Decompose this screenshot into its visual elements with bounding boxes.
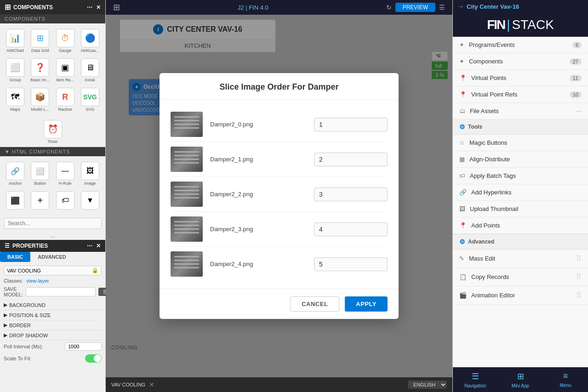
- amigau-icon: 🔵: [81, 29, 99, 47]
- modal-row-2: Damper2_2.png: [171, 177, 388, 212]
- tool-align-distribute[interactable]: ▦ Align-Distribute: [453, 151, 588, 168]
- modell-label: Model L...: [31, 107, 50, 112]
- nav-menu[interactable]: ≡ Menu: [543, 368, 588, 392]
- vpoints-label: Virtual Points: [471, 74, 506, 81]
- bottom-close-button[interactable]: ✕: [149, 381, 154, 388]
- component-amigau[interactable]: 🔵 AMIGau...: [79, 27, 102, 55]
- tool-apply-batch-tags[interactable]: 🏷 Apply Batch Tags: [453, 168, 588, 184]
- kiosk-label: Kiosk: [85, 78, 95, 82]
- save-model-input[interactable]: [26, 287, 96, 296]
- right-city-title: City Center Vav-16: [467, 3, 519, 10]
- html-hrule[interactable]: — H-Rule: [54, 160, 77, 187]
- html-anchor[interactable]: 🔗 Anchor: [4, 160, 27, 187]
- html-chevron[interactable]: ▼: [79, 189, 102, 212]
- tab-advanced[interactable]: ADVANCED: [30, 252, 74, 262]
- refresh-button[interactable]: ↻: [386, 4, 392, 11]
- hrule-label: H-Rule: [59, 181, 72, 186]
- component-itemre[interactable]: ▣ Item Re...: [54, 57, 77, 84]
- menu-label: Menu: [559, 383, 571, 388]
- massedit-label: Mass Edit: [469, 255, 495, 262]
- nav-mini-app[interactable]: ⊞ Mini App: [498, 368, 543, 392]
- html-plus[interactable]: +: [29, 189, 51, 212]
- advanced-animation-editor[interactable]: 🎬 Animation Editor ⠿: [453, 286, 588, 305]
- programs-label: Programs/Events: [469, 41, 515, 48]
- tool-upload-thumbnail[interactable]: 🖼 Upload Thumbnail: [453, 201, 588, 217]
- component-maps[interactable]: 🗺 Maps: [4, 86, 27, 114]
- component-group[interactable]: ⬜ Group: [4, 57, 27, 84]
- apply-button[interactable]: APPLY: [345, 296, 388, 312]
- component-modell[interactable]: 📦 Model L...: [29, 86, 51, 114]
- search-input[interactable]: [4, 218, 102, 229]
- fassets-label: File Assets: [470, 108, 499, 114]
- animation-left: 🎬 Animation Editor: [459, 292, 515, 299]
- component-ractive[interactable]: R Ractive: [54, 86, 77, 114]
- menu-item-components[interactable]: ✦ Components 27: [453, 53, 588, 70]
- html-button[interactable]: ⬜ Button: [29, 160, 51, 187]
- tool-add-points[interactable]: 📍 Add Points: [453, 217, 588, 234]
- dropshadow-section[interactable]: ▶ DROP SHADOW: [4, 330, 102, 341]
- menu-item-file-assets[interactable]: 🗂 File Assets: [453, 103, 588, 119]
- fassets-icon: 🗂: [459, 108, 465, 114]
- tools-header: ⚙ Tools: [453, 119, 588, 135]
- model-input[interactable]: VAV COOLING 🔒: [4, 266, 102, 275]
- menu-item-virtual-point-refs[interactable]: 📍 Virtual Point Refs 10: [453, 86, 588, 103]
- scale-toggle[interactable]: [85, 354, 102, 363]
- preview-button[interactable]: PREVIEW: [395, 3, 435, 12]
- amichart-label: AMIChart: [6, 48, 24, 53]
- advanced-gear-icon: ⚙: [459, 238, 465, 245]
- more-options[interactable]: ...: [0, 231, 105, 240]
- poll-input[interactable]: [65, 342, 102, 351]
- modal-order-2[interactable]: [314, 187, 388, 201]
- component-datagrid[interactable]: ⊞ Data Grid: [29, 27, 51, 55]
- component-amichart[interactable]: 📊 AMIChart: [4, 27, 27, 55]
- modal-order-0[interactable]: [314, 118, 388, 131]
- tool-magic-buttons[interactable]: ☆ Magic Buttons: [453, 135, 588, 151]
- nav-navigation[interactable]: ☰ Navigation: [453, 368, 498, 392]
- props-more-icon[interactable]: ⋯: [87, 243, 92, 249]
- advanced-header: ⚙ Advanced: [453, 234, 588, 250]
- html-image[interactable]: 🖼 Image: [79, 160, 102, 187]
- component-kiosk[interactable]: 🖥 Kiosk: [79, 57, 102, 84]
- component-gauge[interactable]: ⏱ Gauge: [54, 27, 77, 55]
- cancel-button[interactable]: CANCEL: [290, 296, 339, 312]
- advanced-copy-records[interactable]: 📋 Copy Records ⠿: [453, 268, 588, 286]
- components-badge: 27: [570, 58, 582, 65]
- apps-icon[interactable]: ⊞: [113, 2, 120, 12]
- addpoints-label: Add Points: [471, 222, 500, 229]
- html-square[interactable]: ⬛: [4, 189, 27, 212]
- props-close-icon[interactable]: ✕: [96, 243, 101, 249]
- component-svg[interactable]: SVG SVG: [79, 86, 102, 114]
- group-label: Group: [10, 78, 21, 82]
- menu-item-programs[interactable]: ✦ Programs/Events 6: [453, 37, 588, 53]
- html-tag[interactable]: 🏷: [54, 189, 77, 212]
- header-actions: ⋯ ✕: [87, 4, 101, 11]
- tool-add-hyperlinks[interactable]: 🔗 Add Hyperlinks: [453, 184, 588, 201]
- language-select[interactable]: ENGLISH: [408, 381, 447, 389]
- right-sidebar: → City Center Vav-16 FIN | STACK ✦ Progr…: [452, 0, 588, 392]
- modell-icon: 📦: [31, 88, 49, 106]
- menu-icon: ≡: [563, 371, 568, 381]
- topbar-logo: J2 | FIN 4.0: [238, 4, 268, 11]
- chevron-right-icon4: ▶: [4, 332, 7, 338]
- advanced-mass-edit[interactable]: ✎ Mass Edit ⠿: [453, 250, 588, 268]
- close-icon[interactable]: ✕: [96, 4, 101, 11]
- anchor-label: Anchor: [9, 181, 22, 186]
- damper-image-1: [171, 147, 203, 172]
- topbar-menu-button[interactable]: ☰: [439, 4, 445, 11]
- menu-item-virtual-points[interactable]: 📍 Virtual Points 11: [453, 70, 588, 86]
- background-section[interactable]: ▶ BACKGROUND: [4, 300, 102, 310]
- position-section[interactable]: ▶ POSITION & SIZE: [4, 310, 102, 320]
- tools-label: Tools: [468, 124, 482, 130]
- more-icon[interactable]: ⋯: [87, 4, 92, 11]
- modal-order-3[interactable]: [314, 222, 388, 236]
- component-timer[interactable]: ⏰ Timer: [41, 118, 64, 146]
- button-icon: ⬜: [31, 162, 49, 180]
- border-section[interactable]: ▶ BORDER: [4, 320, 102, 330]
- component-basicim[interactable]: ❓ Basic Im...: [29, 57, 51, 84]
- modal-order-4[interactable]: [314, 257, 388, 271]
- modal-order-1[interactable]: [314, 153, 388, 166]
- tab-basic[interactable]: BASIC: [0, 252, 30, 262]
- properties-title-area: ☰ PROPERTIES: [5, 243, 48, 249]
- magic-label: Magic Buttons: [469, 139, 507, 146]
- damper-image-0: [171, 112, 203, 137]
